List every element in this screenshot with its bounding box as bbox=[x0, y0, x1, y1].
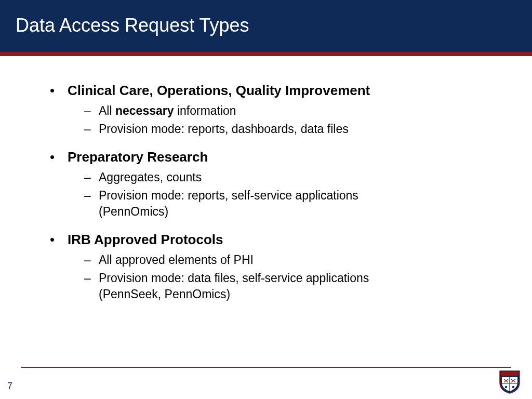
sub-list-item: – Provision mode: reports, self-service … bbox=[84, 188, 485, 220]
sub-list-item: – Provision mode: reports, dashboards, d… bbox=[84, 121, 485, 137]
sub-bullet-list: – All necessary information – Provision … bbox=[47, 103, 485, 137]
sub-list-item: – All approved elements of PHI bbox=[84, 252, 485, 268]
text-suffix: information bbox=[174, 104, 236, 117]
svg-rect-0 bbox=[501, 372, 518, 376]
sub-item-text: All necessary information bbox=[99, 103, 421, 119]
sub-list-item: – All necessary information bbox=[84, 103, 485, 119]
bullet-icon: • bbox=[47, 231, 68, 249]
text-bold: necessary bbox=[115, 104, 174, 117]
sub-list-item: – Provision mode: data files, self-servi… bbox=[84, 270, 485, 302]
item-heading: Clinical Care, Operations, Quality Impro… bbox=[68, 82, 370, 100]
bullet-row: • Clinical Care, Operations, Quality Imp… bbox=[47, 82, 485, 100]
penn-shield-logo-icon bbox=[499, 370, 521, 394]
sub-item-text: Aggregates, counts bbox=[99, 169, 421, 185]
dash-icon: – bbox=[84, 188, 99, 204]
footer-divider bbox=[21, 367, 511, 368]
sub-item-text: Provision mode: data files, self-service… bbox=[99, 270, 421, 302]
dash-icon: – bbox=[84, 103, 99, 119]
slide-title-bar: Data Access Request Types bbox=[0, 0, 532, 52]
title-accent-stripe bbox=[0, 52, 532, 56]
bullet-row: • Preparatory Research bbox=[47, 149, 485, 166]
dash-icon: – bbox=[84, 121, 99, 137]
dash-icon: – bbox=[84, 252, 99, 268]
list-item: • Preparatory Research – Aggregates, cou… bbox=[47, 149, 485, 220]
sub-item-text: All approved elements of PHI bbox=[99, 252, 421, 268]
page-number: 7 bbox=[7, 381, 12, 392]
sub-item-text: Provision mode: reports, self-service ap… bbox=[99, 188, 421, 220]
bullet-icon: • bbox=[47, 82, 68, 100]
slide-title: Data Access Request Types bbox=[16, 15, 249, 36]
bullet-icon: • bbox=[47, 149, 68, 166]
bullet-row: • IRB Approved Protocols bbox=[47, 231, 485, 249]
slide-content: • Clinical Care, Operations, Quality Imp… bbox=[0, 56, 532, 302]
item-heading: Preparatory Research bbox=[68, 149, 208, 166]
top-bullet-list: • Clinical Care, Operations, Quality Imp… bbox=[47, 82, 485, 302]
sub-bullet-list: – All approved elements of PHI – Provisi… bbox=[47, 252, 485, 302]
list-item: • IRB Approved Protocols – All approved … bbox=[47, 231, 485, 302]
sub-list-item: – Aggregates, counts bbox=[84, 169, 485, 185]
item-heading: IRB Approved Protocols bbox=[68, 231, 223, 249]
dash-icon: – bbox=[84, 169, 99, 185]
sub-item-text: Provision mode: reports, dashboards, dat… bbox=[99, 121, 421, 137]
text-prefix: All bbox=[99, 104, 115, 117]
list-item: • Clinical Care, Operations, Quality Imp… bbox=[47, 82, 485, 137]
sub-bullet-list: – Aggregates, counts – Provision mode: r… bbox=[47, 169, 485, 220]
svg-point-1 bbox=[505, 386, 507, 388]
svg-point-2 bbox=[512, 386, 514, 388]
dash-icon: – bbox=[84, 270, 99, 286]
